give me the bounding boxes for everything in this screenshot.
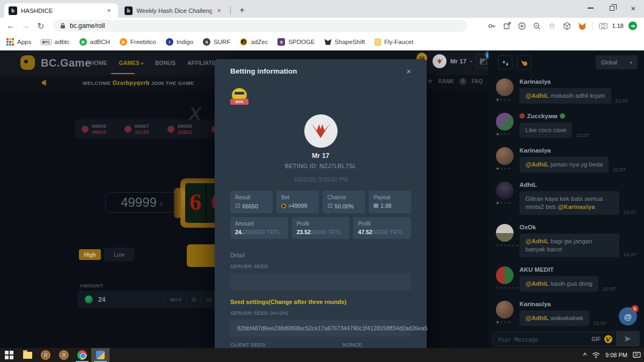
- mention[interactable]: @AdhiL: [525, 315, 549, 321]
- low-button[interactable]: Low: [104, 248, 134, 262]
- half-button[interactable]: /2: [186, 295, 201, 305]
- app-r1-button[interactable]: R: [36, 348, 55, 362]
- bookmark-fly-faucet[interactable]: Fly-Faucet: [375, 39, 413, 46]
- server-seed-value[interactable]: [230, 273, 411, 290]
- channel-select[interactable]: Global ▾: [596, 55, 638, 69]
- avatar[interactable]: [496, 113, 514, 131]
- window-minimize-button[interactable]: [580, 0, 601, 16]
- send-button[interactable]: [616, 331, 640, 346]
- amount-input-row[interactable]: 24 MAX /2 x2: [78, 291, 219, 308]
- star-rating: ★★★★: [496, 201, 519, 205]
- rank-link[interactable]: RANK: [438, 78, 454, 84]
- zoom-in-icon[interactable]: [515, 19, 529, 33]
- chat-username[interactable]: Karinaslya: [519, 147, 636, 154]
- app-r2-button[interactable]: R: [55, 348, 73, 362]
- forward-button[interactable]: →: [18, 21, 33, 31]
- bookmark-freebitco[interactable]: B Freebitco: [120, 38, 156, 46]
- nav-bonus[interactable]: BONUS: [155, 60, 175, 66]
- taskbar-clock[interactable]: 9:08 PM: [605, 352, 627, 358]
- fireball-button[interactable]: [517, 55, 531, 70]
- server-seed-hash-value[interactable]: 82bbf487d6ee238d6808ac52ce17a6767344790c…: [230, 320, 411, 337]
- player-name: Mr 17: [230, 152, 411, 160]
- win-ribbon: WIN: [230, 99, 248, 105]
- tab-weekly-challenge[interactable]: b Weekly Hash Dice Challenge - Se ×: [120, 3, 228, 18]
- bookmark-apps[interactable]: Apps: [6, 38, 31, 46]
- indigo-favicon: I: [166, 38, 173, 46]
- bookmark-adbch[interactable]: B adBCH: [79, 38, 110, 46]
- high-button[interactable]: High: [79, 249, 101, 260]
- bet-target-input[interactable]: 49999 ‹: [105, 192, 178, 213]
- welcome-username[interactable]: Ozsrbpyqvrb: [112, 79, 149, 86]
- window-restore-button[interactable]: [601, 0, 623, 16]
- bookmark-adzec[interactable]: Z adZec: [240, 38, 268, 46]
- extension-cube-icon[interactable]: [560, 19, 574, 33]
- file-explorer-button[interactable]: [18, 348, 36, 362]
- chrome-taskbar-button[interactable]: [73, 348, 91, 362]
- new-tab-button[interactable]: +: [235, 3, 249, 17]
- chat-username[interactable]: Karinaslya: [519, 78, 636, 85]
- chat-username[interactable]: AKU MEDIT: [519, 266, 636, 273]
- reload-button[interactable]: ↻: [33, 21, 48, 31]
- tray-expand-button[interactable]: ^: [583, 352, 587, 358]
- avatar[interactable]: [496, 301, 514, 318]
- nav-home[interactable]: HOME: [90, 60, 107, 66]
- start-button[interactable]: [0, 348, 18, 362]
- notification-center-icon[interactable]: [633, 352, 641, 359]
- chat-message-input[interactable]: [497, 336, 588, 343]
- avatar[interactable]: [496, 224, 514, 242]
- tab-close-icon[interactable]: ×: [105, 6, 113, 15]
- avatar[interactable]: [496, 147, 514, 165]
- avatar[interactable]: [496, 182, 514, 199]
- back-button[interactable]: ←: [3, 21, 18, 31]
- share-icon[interactable]: [500, 19, 514, 33]
- max-button[interactable]: MAX: [165, 295, 186, 305]
- mentions-float-button[interactable]: @ 5: [619, 307, 637, 325]
- bookmark-surf[interactable]: S SURF: [203, 38, 230, 46]
- password-key-icon[interactable]: [485, 19, 499, 33]
- mention[interactable]: @Karinaslya: [558, 204, 595, 210]
- round-number: 69006: [92, 123, 106, 129]
- btc-favicon: BTC: [41, 39, 51, 45]
- avatar[interactable]: [496, 78, 514, 96]
- chat-username[interactable]: Zucckyмм: [519, 113, 636, 119]
- savefrom-icon[interactable]: ➜: [626, 19, 640, 33]
- mention[interactable]: @AdhiL: [525, 280, 549, 287]
- bookmark-shapeshift[interactable]: ShapeShift: [325, 39, 365, 45]
- url-bar[interactable]: bc.game/roll: [54, 20, 467, 32]
- history-chip[interactable]: 6900811823: [167, 123, 204, 135]
- mention[interactable]: @AdhiL: [525, 161, 549, 168]
- wifi-icon[interactable]: [592, 352, 600, 358]
- bookmark-star-icon[interactable]: ☆: [545, 19, 559, 33]
- chat-username[interactable]: OxOk: [519, 224, 636, 230]
- chat-username[interactable]: Karinaslya: [519, 301, 636, 307]
- mention[interactable]: @AdhiL: [525, 92, 549, 99]
- history-chip[interactable]: 6900710132: [125, 123, 161, 135]
- history-chip[interactable]: 6900645534: [82, 123, 118, 135]
- bookmark-indigo[interactable]: I Indigo: [166, 38, 193, 46]
- emoji-button[interactable]: [604, 335, 612, 343]
- tab-title: Weekly Hash Dice Challenge - Se: [136, 8, 212, 14]
- modal-close-button[interactable]: ×: [406, 67, 411, 76]
- magnifier-icon[interactable]: [530, 19, 544, 33]
- metamask-icon[interactable]: [575, 19, 589, 33]
- bookmark-spdoge[interactable]: S SPDOGE: [277, 38, 314, 46]
- bookmark-adbtc[interactable]: BTC adbtc: [41, 39, 70, 45]
- nav-games[interactable]: GAMES▾: [119, 60, 144, 66]
- faq-link[interactable]: FAQ: [472, 78, 483, 84]
- tab-hashdice[interactable]: b HASHDICE ×: [4, 3, 118, 18]
- active-app-button[interactable]: [91, 348, 109, 362]
- mention[interactable]: @AdhiL: [525, 238, 549, 244]
- bcgame-logo-icon[interactable]: [20, 55, 35, 70]
- tab-close-icon[interactable]: ×: [215, 6, 223, 15]
- gif-button[interactable]: GIF: [591, 336, 601, 342]
- bcgame-logo-text[interactable]: BC.Game: [41, 57, 91, 69]
- header-user-menu[interactable]: Mr 17 ▾ @: [433, 54, 490, 68]
- restore-icon: [610, 6, 614, 11]
- camera-extension-icon[interactable]: [596, 19, 610, 33]
- message-time: 21:07: [616, 98, 628, 104]
- window-close-button[interactable]: ×: [623, 0, 644, 16]
- nav-affiliate[interactable]: AFFILIATE: [187, 60, 216, 66]
- avatar[interactable]: [496, 266, 514, 284]
- rain-button[interactable]: [498, 55, 513, 70]
- chat-username[interactable]: AdhiL: [519, 182, 636, 188]
